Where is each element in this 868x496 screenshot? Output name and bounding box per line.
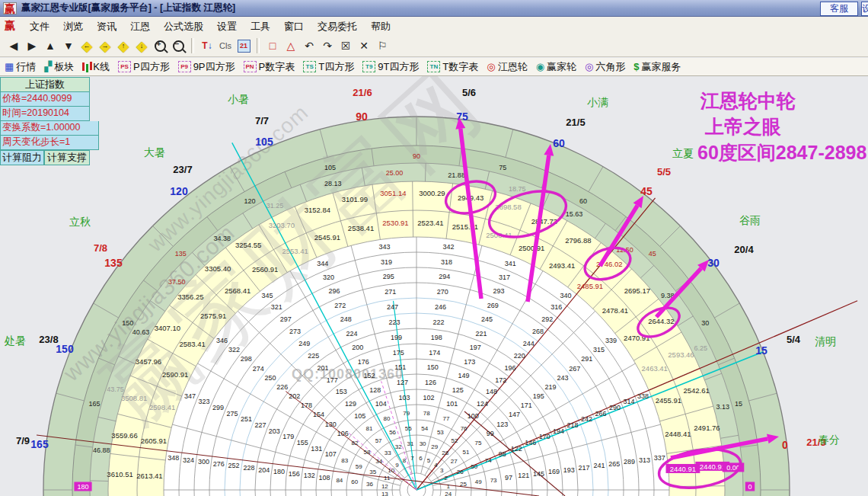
forward-icon[interactable]: ▶ <box>23 37 41 54</box>
svg-text:49: 49 <box>475 478 482 485</box>
kline-label: K线 <box>93 60 110 74</box>
svg-text:2493.41: 2493.41 <box>549 261 575 270</box>
toolbar-item-t-square[interactable]: TST四方形 <box>303 60 354 74</box>
svg-text:316: 316 <box>550 303 562 311</box>
calc-support-button[interactable]: 计算支撑 <box>44 150 90 165</box>
menu-item-7[interactable]: 窗口 <box>277 21 311 32</box>
pan-left-icon[interactable]: ◆← <box>78 37 96 54</box>
svg-text:36: 36 <box>366 481 373 488</box>
zoom-in-icon[interactable]: + <box>151 37 169 54</box>
delete-box-icon[interactable]: ☒ <box>337 37 355 54</box>
svg-text:149: 149 <box>458 372 469 379</box>
svg-text:21/6: 21/6 <box>353 87 372 98</box>
t-updown-icon[interactable]: T↓ <box>198 37 216 54</box>
svg-text:77: 77 <box>443 415 450 422</box>
svg-text:270: 270 <box>437 288 448 296</box>
svg-text:3356.25: 3356.25 <box>177 293 203 301</box>
up-icon[interactable]: ▲ <box>41 37 59 54</box>
svg-text:3051.14: 3051.14 <box>380 189 406 197</box>
svg-text:246: 246 <box>435 303 446 311</box>
cls-icon[interactable]: Cls <box>216 37 235 54</box>
toolbar-item-sectors[interactable]: ▞板块 <box>44 60 74 74</box>
svg-text:342: 342 <box>443 243 455 251</box>
svg-text:225: 225 <box>308 352 319 360</box>
calendar-icon[interactable]: 21 <box>235 37 253 54</box>
svg-text:219: 219 <box>545 383 557 391</box>
toolbar-item-hexagon[interactable]: ◎六角形 <box>585 60 625 74</box>
svg-text:3101.99: 3101.99 <box>342 195 368 203</box>
svg-text:7/8: 7/8 <box>94 242 107 254</box>
cross-tool-icon[interactable]: ✕ <box>355 37 373 54</box>
flag-icon[interactable]: ⚐ <box>373 37 391 54</box>
toolbar-item-p-number-table[interactable]: PNP数字表 <box>244 60 295 74</box>
wheel-annotation-0: 江恩轮中轮 <box>700 88 796 114</box>
toolbar-item-quotes[interactable]: ▦行情 <box>5 60 36 74</box>
svg-text:266: 266 <box>595 410 607 418</box>
svg-text:226: 226 <box>276 383 288 391</box>
calc-resistance-button[interactable]: 计算阻力 <box>0 150 44 165</box>
toolbar-item-p-square[interactable]: PSP四方形 <box>118 60 170 74</box>
svg-text:2448.41: 2448.41 <box>665 430 691 438</box>
svg-text:2440.91: 2440.91 <box>700 462 726 471</box>
triangle-tool-icon[interactable]: △ <box>282 37 300 54</box>
svg-text:55: 55 <box>405 425 412 432</box>
svg-text:150: 150 <box>56 343 74 355</box>
pan-up-icon[interactable]: ◆↑ <box>114 37 132 54</box>
svg-text:1: 1 <box>446 483 450 490</box>
svg-text:45: 45 <box>649 250 656 258</box>
menu-item-2[interactable]: 资讯 <box>90 21 123 32</box>
svg-text:3: 3 <box>440 467 444 474</box>
zoom-out-icon[interactable]: − <box>169 37 187 54</box>
rect-tool-icon[interactable]: □ <box>263 37 282 54</box>
menu-item-1[interactable]: 浏览 <box>56 21 90 32</box>
svg-text:315: 315 <box>593 346 605 354</box>
svg-text:2613.41: 2613.41 <box>136 472 162 480</box>
toolbar-item-gann-wheel[interactable]: ◎江恩轮 <box>487 60 527 74</box>
svg-text:343: 343 <box>378 243 390 251</box>
svg-text:2590.91: 2590.91 <box>162 370 188 379</box>
svg-text:105: 105 <box>255 136 273 148</box>
menu-item-6[interactable]: 工具 <box>244 21 277 32</box>
customer-service-button[interactable]: 客服 <box>820 2 858 16</box>
svg-text:12: 12 <box>381 483 388 490</box>
svg-text:2593.46: 2593.46 <box>668 350 694 359</box>
menu-item-3[interactable]: 江恩 <box>123 21 157 32</box>
svg-text:28.13: 28.13 <box>324 180 342 187</box>
svg-text:2598.41: 2598.41 <box>149 403 175 411</box>
svg-text:339: 339 <box>605 337 617 344</box>
9t-square-icon: T9 <box>362 61 375 72</box>
svg-text:3610.51: 3610.51 <box>107 470 132 478</box>
toolbar-item-winner-wheel[interactable]: ◉赢家轮 <box>536 60 576 74</box>
menu-item-9[interactable]: 帮助 <box>364 21 397 32</box>
svg-text:97: 97 <box>505 474 512 482</box>
pan-down-icon[interactable]: ◆↓ <box>132 37 151 54</box>
toolbar-item-t-number-table[interactable]: TNT数字表 <box>427 60 478 74</box>
menu-bar: 赢 文件浏览资讯江恩公式选股设置工具窗口交易委托帮助 <box>0 17 868 36</box>
svg-text:274: 274 <box>253 365 264 373</box>
back-icon[interactable]: ◀ <box>5 37 23 54</box>
winner-wheel-label: 赢家轮 <box>547 60 576 74</box>
toolbar-item-kline[interactable]: K线 <box>82 60 110 74</box>
toolbar-item-9t-square[interactable]: T99T四方形 <box>362 60 419 74</box>
svg-text:165: 165 <box>88 400 100 408</box>
menu-item-5[interactable]: 设置 <box>210 21 244 32</box>
clipped-button[interactable]: 设 <box>861 2 868 16</box>
menu-item-0[interactable]: 文件 <box>23 21 56 32</box>
down-icon[interactable]: ▼ <box>59 37 78 54</box>
svg-text:251: 251 <box>241 415 252 423</box>
toolbar-item-winner-service[interactable]: $赢家服务 <box>633 60 681 74</box>
rotate-cw-icon[interactable]: ↷ <box>318 37 337 54</box>
toolbar-item-9p-square[interactable]: P99P四方形 <box>178 60 235 74</box>
svg-text:107: 107 <box>325 450 337 458</box>
svg-text:102: 102 <box>423 394 434 402</box>
pan-right-icon[interactable]: ◆→ <box>96 37 114 54</box>
menu-item-4[interactable]: 公式选股 <box>157 21 210 32</box>
rotate-ccw-icon[interactable]: ↶ <box>300 37 318 54</box>
svg-text:108: 108 <box>319 474 330 482</box>
menu-item-8[interactable]: 交易委托 <box>311 21 364 32</box>
svg-text:296: 296 <box>329 287 340 295</box>
svg-text:224: 224 <box>346 330 358 338</box>
svg-text:11: 11 <box>384 475 391 482</box>
svg-text:130: 130 <box>325 421 337 428</box>
sectors-label: 板块 <box>54 60 74 74</box>
